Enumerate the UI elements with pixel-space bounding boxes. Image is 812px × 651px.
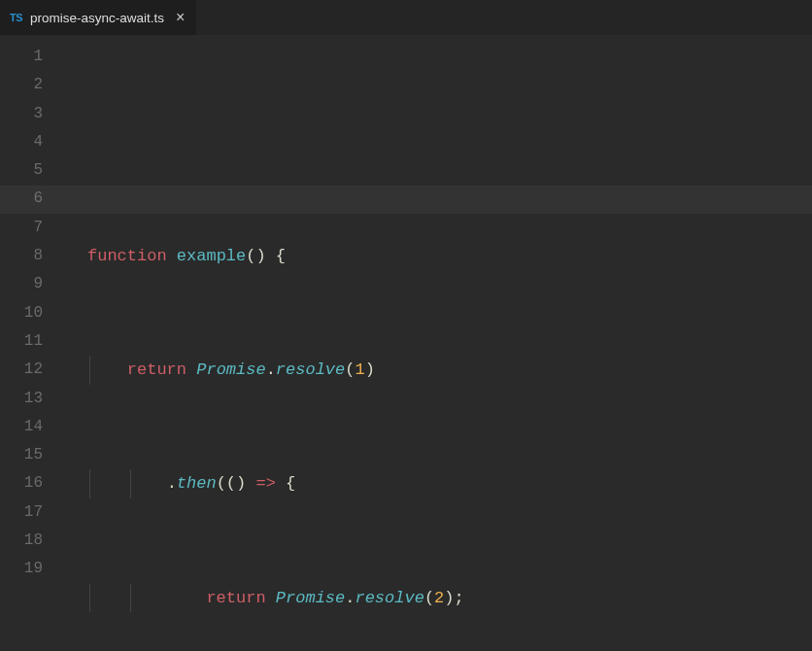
line-number: 5 xyxy=(0,156,43,185)
tab-filename: promise-async-await.ts xyxy=(30,11,164,25)
line-number: 2 xyxy=(0,71,43,99)
code-area[interactable]: function example() { return Promise.reso… xyxy=(60,35,812,651)
line-number: 6 xyxy=(0,185,43,213)
line-number: 17 xyxy=(0,498,43,527)
line-number: 8 xyxy=(0,242,43,270)
line-number: 10 xyxy=(0,299,43,327)
line-number: 1 xyxy=(0,43,43,71)
line-number: 12 xyxy=(0,356,43,384)
line-number: 16 xyxy=(0,469,43,497)
code-line: return Promise.resolve(1) xyxy=(60,356,812,384)
line-number: 14 xyxy=(0,413,43,441)
line-number: 13 xyxy=(0,385,43,413)
line-number: 18 xyxy=(0,527,43,555)
line-number: 3 xyxy=(0,100,43,128)
line-number: 11 xyxy=(0,327,43,356)
code-line: return Promise.resolve(2); xyxy=(60,584,812,612)
code-line: function example() { xyxy=(60,242,812,270)
typescript-icon: TS xyxy=(10,12,22,23)
code-editor[interactable]: 12345678910111213141516171819 function e… xyxy=(0,35,812,651)
close-icon[interactable]: × xyxy=(176,9,185,26)
line-number: 9 xyxy=(0,270,43,298)
code-line xyxy=(60,128,812,156)
editor-tab[interactable]: TS promise-async-await.ts × xyxy=(0,0,196,35)
line-number: 4 xyxy=(0,128,43,156)
line-number-gutter: 12345678910111213141516171819 xyxy=(0,35,60,651)
line-number: 19 xyxy=(0,555,43,583)
line-number: 15 xyxy=(0,441,43,469)
line-number: 7 xyxy=(0,214,43,242)
tab-bar: TS promise-async-await.ts × xyxy=(0,0,812,35)
code-line: .then(() => { xyxy=(60,469,812,497)
